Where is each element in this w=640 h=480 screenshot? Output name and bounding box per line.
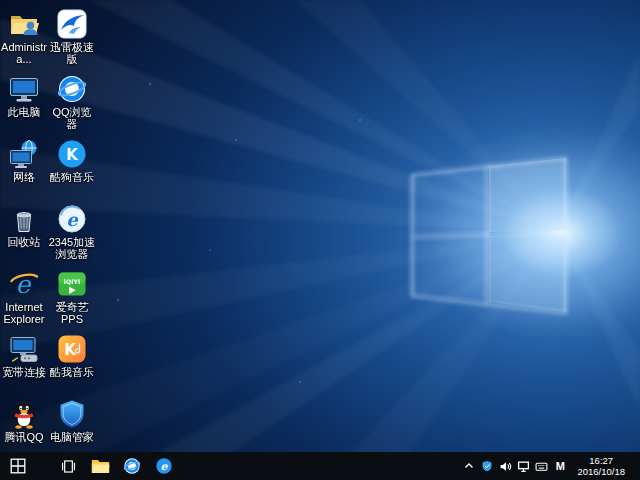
hidden-icons-button[interactable] [461, 453, 477, 479]
system-tray: M 16:27 2016/10/18 [461, 452, 640, 480]
desktop-icon-kuwo-music[interactable]: K 酷我音乐 [48, 329, 96, 394]
e-browser-taskbar-button[interactable]: e [148, 452, 180, 480]
icon-label: 2345加速浏览器 [48, 236, 96, 260]
network-tray-button[interactable] [515, 453, 531, 479]
desktop-icon-iqiyi-pps[interactable]: iQIYI 爱奇艺PPS [48, 264, 96, 329]
qq-browser-icon [123, 457, 141, 475]
icon-label: 酷我音乐 [50, 366, 94, 378]
task-view-button[interactable] [52, 452, 84, 480]
taskbar-empty-area [180, 452, 461, 480]
desktop-icon-administrator[interactable]: Administra... [0, 4, 48, 69]
2345-browser-icon: e [56, 203, 88, 235]
desktop-icon-tencent-qq[interactable]: 腾讯QQ [0, 394, 48, 459]
wallpaper-windows-hero [0, 0, 640, 480]
svg-text:e: e [161, 460, 169, 473]
user-folder-icon [8, 8, 40, 40]
qq-penguin-icon [8, 398, 40, 430]
qq-browser-taskbar-button[interactable] [116, 452, 148, 480]
volume-tray-button[interactable] [497, 453, 513, 479]
security-shield-icon [481, 460, 493, 472]
iqiyi-pps-icon: iQIYI [56, 268, 88, 300]
file-explorer-button[interactable] [84, 452, 116, 480]
taskbar-gap [36, 452, 52, 480]
desktop-icon-kugou-music[interactable]: K 酷狗音乐 [48, 134, 96, 199]
icon-label: 宽带连接 [2, 366, 46, 378]
icon-label: 爱奇艺PPS [48, 301, 96, 325]
clock-time: 16:27 [577, 455, 625, 466]
task-view-icon [60, 458, 77, 475]
network-globe-monitor-icon [8, 138, 40, 170]
icon-label: 酷狗音乐 [50, 171, 94, 183]
recycle-bin-icon [8, 203, 40, 235]
icon-label: 迅雷极速版 [48, 41, 96, 65]
icon-label: Internet Explorer [0, 301, 48, 325]
kugou-music-icon: K [56, 138, 88, 170]
network-ethernet-icon [517, 460, 530, 473]
taskbar-clock[interactable]: 16:27 2016/10/18 [571, 455, 631, 477]
internet-explorer-icon: e [8, 268, 40, 300]
icon-label: 回收站 [8, 236, 41, 248]
svg-text:iQIYI: iQIYI [64, 278, 80, 285]
icon-label: 网络 [13, 171, 35, 183]
desktop-icon-grid: Administra... 迅雷极速版 此电脑 [0, 4, 96, 459]
taskbar: e [0, 452, 640, 480]
file-explorer-icon [91, 458, 110, 474]
clock-date: 2016/10/18 [577, 466, 625, 477]
windows-start-icon [10, 458, 26, 474]
desktop-icon-this-pc[interactable]: 此电脑 [0, 69, 48, 134]
security-tray-button[interactable] [479, 453, 495, 479]
desktop-icon-xunlei[interactable]: 迅雷极速版 [48, 4, 96, 69]
desktop-icon-broadband[interactable]: 宽带连接 [0, 329, 48, 394]
svg-text:K: K [66, 146, 79, 164]
icon-label: Administra... [0, 41, 48, 65]
keyboard-tray-button[interactable] [533, 453, 549, 479]
broadband-connection-icon [8, 333, 40, 365]
desktop-icon-network[interactable]: 网络 [0, 134, 48, 199]
icon-label: 此电脑 [8, 106, 41, 118]
icon-label: 腾讯QQ [4, 431, 43, 443]
pc-manager-shield-icon [56, 398, 88, 430]
desktop-icon-internet-explorer[interactable]: e Internet Explorer [0, 264, 48, 329]
qq-browser-planet-icon [56, 73, 88, 105]
xunlei-bird-icon [56, 8, 88, 40]
e-browser-icon: e [155, 457, 173, 475]
desktop-icon-qq-browser[interactable]: QQ浏览器 [48, 69, 96, 134]
this-pc-monitor-icon [8, 73, 40, 105]
kuwo-music-icon: K [56, 333, 88, 365]
desktop-icon-recycle-bin[interactable]: 回收站 [0, 199, 48, 264]
touch-keyboard-icon [535, 460, 548, 473]
chevron-up-icon [463, 460, 475, 472]
desktop-icon-pc-manager[interactable]: 电脑管家 [48, 394, 96, 459]
desktop-icon-2345-browser[interactable]: e 2345加速浏览器 [48, 199, 96, 264]
icon-label: QQ浏览器 [48, 106, 96, 130]
start-button[interactable] [0, 452, 36, 480]
desktop-screen: Administra... 迅雷极速版 此电脑 [0, 0, 640, 480]
svg-text:e: e [66, 209, 79, 230]
icon-label: 电脑管家 [50, 431, 94, 443]
input-method-indicator[interactable]: M [551, 460, 569, 472]
volume-icon [499, 460, 512, 473]
